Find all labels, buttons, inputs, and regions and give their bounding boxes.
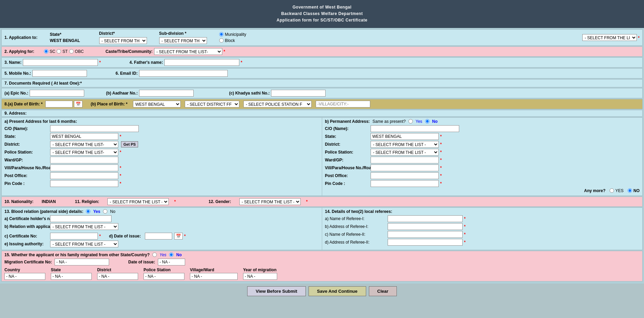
- block-radio[interactable]: [219, 38, 224, 43]
- section13-blood-relation: 13. Blood relation (paternal side) detai…: [1, 207, 322, 250]
- perm-ps-select[interactable]: - SELECT FROM THE LIST -: [371, 149, 439, 156]
- caste-select[interactable]: - SELECT FROM THE LIST- SC ST OBC: [154, 48, 222, 55]
- mig-cert-input[interactable]: [55, 259, 109, 265]
- blood-no-radio[interactable]: [103, 209, 107, 214]
- khadya-input[interactable]: [271, 90, 326, 97]
- gender-label: 12. Gender:: [209, 199, 231, 204]
- last-select[interactable]: - SELECT FROM THE LI: [582, 34, 637, 41]
- migration-yes-radio[interactable]: [152, 252, 157, 257]
- present-ps-select[interactable]: - SELECT FROM THE LIST-: [50, 149, 118, 156]
- perm-state-input[interactable]: [371, 133, 439, 140]
- present-ward-input[interactable]: [50, 157, 118, 163]
- issuing-select[interactable]: - SELECT FROM THE LIST -: [50, 241, 118, 247]
- state-label: State*: [50, 32, 61, 37]
- section15-migration: 15. Whether the applicant or his family …: [1, 251, 643, 281]
- any-more-no-label: NO: [633, 188, 640, 193]
- dob-label: 8.(a) Date of Birth: *: [4, 102, 43, 106]
- pob-district-select[interactable]: - SELECT DISTRICT FF: [185, 101, 239, 107]
- father-label: 4. Father's name:: [130, 60, 163, 65]
- present-po-input[interactable]: [50, 172, 118, 179]
- section5-6-contact: 5. Mobile No.: 6. Email ID:: [1, 68, 643, 78]
- ref1-addr-input[interactable]: [388, 223, 463, 230]
- email-label: 6. Email ID:: [116, 71, 138, 76]
- any-more-yes-label: YES: [615, 188, 624, 193]
- perm-vill-input[interactable]: [371, 164, 439, 171]
- any-more-no-radio[interactable]: [628, 188, 632, 193]
- mig-district-input[interactable]: [97, 273, 138, 280]
- nationality-label: 10. Nationality:: [4, 199, 33, 204]
- section3-4-names: 3. Name: * 4. Father's name: *: [1, 57, 643, 68]
- municipality-label: Municipality: [225, 32, 246, 37]
- perm-ward-input[interactable]: [371, 157, 439, 163]
- name-input[interactable]: [23, 59, 98, 66]
- present-state-input[interactable]: [50, 133, 118, 140]
- relation-label: b) Relation with applicant:: [4, 224, 49, 229]
- religion-select[interactable]: - SELECT FROM THE LIST -: [107, 198, 169, 205]
- sc-label: SC: [50, 49, 56, 54]
- mig-year-label: Year of migration: [243, 268, 277, 272]
- municipality-radio[interactable]: [219, 32, 224, 37]
- mig-country-input[interactable]: [4, 273, 45, 280]
- blood-yes-radio[interactable]: [86, 209, 90, 214]
- perm-district-select[interactable]: - SELECT FROM THE LIST -: [371, 141, 439, 148]
- same-yes-radio[interactable]: [408, 119, 413, 124]
- date-calendar-icon[interactable]: 📅: [174, 233, 183, 240]
- obc-radio[interactable]: [69, 49, 74, 54]
- pob-state-select[interactable]: WEST BENGAL: [133, 101, 181, 107]
- section14-referees: 14. Details of two(2) local referees: a)…: [322, 207, 643, 250]
- mig-ps-input[interactable]: [144, 273, 184, 280]
- section7-documents: 7. Documents Required ( At least One):*: [1, 79, 643, 87]
- view-before-submit-button[interactable]: View Before Submit: [247, 286, 306, 296]
- save-and-continue-button[interactable]: Save And Continue: [309, 286, 366, 296]
- perm-co-input[interactable]: [371, 125, 459, 132]
- perm-po-input[interactable]: [371, 172, 439, 179]
- sc-radio[interactable]: [44, 49, 48, 54]
- mig-cert-label: Migration Certificate No:: [4, 260, 52, 264]
- gender-select[interactable]: - SELECT FROM THE LIST -: [239, 198, 301, 205]
- village-city-input[interactable]: [316, 101, 370, 107]
- father-input[interactable]: [164, 59, 239, 66]
- cert-holder-label: a) Certificate holder's name:: [4, 216, 49, 221]
- present-po-label: Post Office:: [4, 173, 49, 178]
- same-no-radio[interactable]: [425, 119, 430, 124]
- mig-state-input[interactable]: [51, 273, 92, 280]
- get-ps-button[interactable]: Get PS: [121, 141, 138, 147]
- clear-button[interactable]: Clear: [369, 286, 397, 296]
- mobile-input[interactable]: [32, 70, 87, 77]
- migration-no-radio[interactable]: [169, 252, 174, 257]
- pob-label: (b) Place of Birth: *: [91, 102, 128, 106]
- date-issue-input[interactable]: [145, 233, 172, 240]
- mig-country-label: Country: [4, 268, 45, 272]
- blood-no-label: No: [110, 209, 115, 214]
- ref2-addr-input[interactable]: [388, 239, 463, 246]
- section9-label-row: 9. Address:: [1, 110, 643, 117]
- epic-input[interactable]: [30, 90, 84, 97]
- relation-select[interactable]: - SELECT FROM THE LIST -: [50, 223, 118, 230]
- pob-ps-select[interactable]: - SELECT POLICE STATION F: [243, 101, 312, 107]
- district-select[interactable]: - SELECT FROM TH: [99, 37, 147, 44]
- mig-date-input[interactable]: [158, 259, 185, 265]
- dob-input[interactable]: [45, 101, 73, 107]
- perm-pin-input[interactable]: [371, 180, 439, 187]
- blood-yes-label: Yes: [93, 209, 100, 214]
- aadhaar-input[interactable]: [139, 90, 194, 97]
- cert-no-input[interactable]: [50, 233, 98, 240]
- st-radio[interactable]: [57, 49, 61, 54]
- present-pin-input[interactable]: [50, 180, 118, 187]
- blood-relation-label: 13. Blood relation (paternal side) detai…: [4, 209, 83, 214]
- present-co-input[interactable]: [50, 125, 139, 132]
- mig-year-input[interactable]: [243, 273, 277, 280]
- subdivision-select[interactable]: - SELECT FROM TH: [159, 37, 207, 44]
- ref2-name-input[interactable]: [388, 231, 463, 238]
- calendar-icon[interactable]: 📅: [74, 101, 83, 107]
- any-more-yes-radio[interactable]: [610, 188, 614, 193]
- mig-village-input[interactable]: [190, 273, 238, 280]
- nationality-value: INDIAN: [42, 199, 56, 204]
- ref1-name-input[interactable]: [388, 215, 463, 222]
- docs-label: 7. Documents Required ( At least One):*: [4, 81, 82, 86]
- email-input[interactable]: [139, 70, 228, 77]
- present-district-select[interactable]: - SELECT FROM THE LIST-: [50, 141, 118, 148]
- section1-application-to: 1. Application to: State* WEST BENGAL Di…: [1, 29, 643, 46]
- present-vill-input[interactable]: [50, 164, 118, 171]
- cert-holder-input[interactable]: [50, 215, 111, 222]
